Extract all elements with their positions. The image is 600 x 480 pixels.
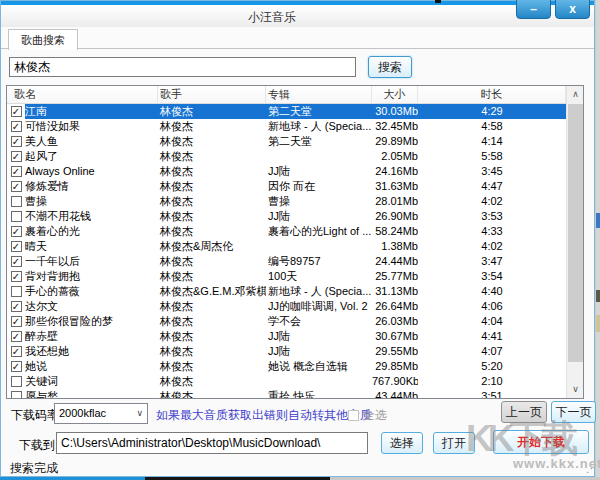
table-row[interactable]: ✓Always Online林俊杰JJ陆24.16Mb3:45 bbox=[7, 164, 566, 179]
checkbox-checked-icon[interactable]: ✓ bbox=[11, 106, 22, 117]
checkbox-checked-icon[interactable]: ✓ bbox=[11, 301, 22, 312]
background-speck bbox=[596, 213, 600, 228]
table-scrollbar[interactable]: ∧ ∨ bbox=[566, 86, 583, 398]
header-artist[interactable]: 歌手 bbox=[158, 86, 266, 103]
song-name: 那些你很冒险的梦 bbox=[25, 314, 158, 329]
checkbox-checked-icon[interactable]: ✓ bbox=[11, 151, 22, 162]
checkbox-checked-icon[interactable]: ✓ bbox=[11, 331, 22, 342]
download-path-input[interactable] bbox=[56, 432, 368, 454]
song-size: 767.90Kb bbox=[372, 374, 418, 389]
checkbox-checked-icon[interactable]: ✓ bbox=[11, 166, 22, 177]
table-row[interactable]: 曹操林俊杰曹操28.01Mb4:02 bbox=[7, 194, 566, 209]
checkbox-checked-icon[interactable]: ✓ bbox=[11, 136, 22, 147]
open-folder-button[interactable]: 打开 bbox=[433, 432, 475, 454]
header-duration[interactable]: 时长 bbox=[418, 86, 566, 103]
table-row[interactable]: ✓达尔文林俊杰JJ的咖啡调调, Vol. 226.64Mb4:06 bbox=[7, 299, 566, 314]
table-row[interactable]: ✓美人鱼林俊杰第二天堂29.89Mb4:14 bbox=[7, 134, 566, 149]
checkbox-checked-icon[interactable]: ✓ bbox=[11, 361, 22, 372]
song-album: 新地球 - 人 (Specia... bbox=[266, 284, 372, 299]
choose-folder-button[interactable]: 选择 bbox=[381, 432, 423, 454]
checkbox-checked-icon[interactable]: ✓ bbox=[11, 271, 22, 282]
checkbox-checked-icon[interactable]: ✓ bbox=[11, 121, 22, 132]
row-checkbox[interactable] bbox=[7, 389, 25, 398]
checkbox-unchecked-icon[interactable] bbox=[11, 376, 22, 387]
song-size: 2.05Mb bbox=[372, 149, 418, 164]
close-button[interactable]: x bbox=[555, 0, 590, 19]
scroll-up-icon[interactable]: ∧ bbox=[567, 86, 584, 103]
table-row[interactable]: ✓我还想她林俊杰JJ陆29.55Mb4:07 bbox=[7, 344, 566, 359]
app-window: 小汪音乐 – x 歌曲搜索 搜索 歌名 歌手 专辑 大小 时长 ✓江南林俊杰第二… bbox=[0, 0, 595, 477]
song-size: 28.01Mb bbox=[372, 194, 418, 209]
prev-page-button[interactable]: 上一页 bbox=[501, 401, 547, 423]
scrollbar-thumb[interactable] bbox=[568, 104, 583, 362]
row-checkbox[interactable]: ✓ bbox=[7, 269, 25, 284]
table-row[interactable]: 关键词林俊杰767.90Kb2:10 bbox=[7, 374, 566, 389]
close-icon: x bbox=[569, 2, 576, 16]
song-name: 美人鱼 bbox=[25, 134, 158, 149]
row-checkbox[interactable]: ✓ bbox=[7, 239, 25, 254]
header-album[interactable]: 专辑 bbox=[266, 86, 372, 103]
checkbox-checked-icon[interactable]: ✓ bbox=[11, 226, 22, 237]
search-button[interactable]: 搜索 bbox=[368, 56, 412, 78]
row-checkbox[interactable] bbox=[7, 209, 25, 224]
row-checkbox[interactable]: ✓ bbox=[7, 134, 25, 149]
row-checkbox[interactable]: ✓ bbox=[7, 104, 25, 119]
table-row[interactable]: ✓背对背拥抱林俊杰100天25.77Mb3:54 bbox=[7, 269, 566, 284]
header-size[interactable]: 大小 bbox=[372, 86, 418, 103]
row-checkbox[interactable]: ✓ bbox=[7, 359, 25, 374]
table-row[interactable]: ✓起风了林俊杰2.05Mb5:58 bbox=[7, 149, 566, 164]
start-download-button[interactable]: 开始下载 bbox=[493, 430, 589, 454]
checkbox-checked-icon[interactable]: ✓ bbox=[11, 346, 22, 357]
checkbox-unchecked-icon[interactable] bbox=[11, 211, 22, 222]
row-checkbox[interactable]: ✓ bbox=[7, 344, 25, 359]
checkbox-checked-icon[interactable]: ✓ bbox=[11, 256, 22, 267]
table-row[interactable]: ✓醉赤壁林俊杰JJ陆30.67Mb4:41 bbox=[7, 329, 566, 344]
table-row[interactable]: ✓江南林俊杰第二天堂30.03Mb4:29 bbox=[7, 104, 566, 119]
minimize-button[interactable]: – bbox=[516, 0, 551, 19]
table-row[interactable]: 愿与愁林俊杰重拾 快乐43.44Mb3:51 bbox=[7, 389, 566, 398]
tab-song-search[interactable]: 歌曲搜索 bbox=[8, 29, 78, 50]
checkbox-checked-icon[interactable]: ✓ bbox=[11, 316, 22, 327]
row-checkbox[interactable] bbox=[7, 284, 25, 299]
row-checkbox[interactable]: ✓ bbox=[7, 299, 25, 314]
song-duration: 3:47 bbox=[418, 254, 566, 269]
next-page-button[interactable]: 下一页 bbox=[551, 401, 596, 423]
row-checkbox[interactable] bbox=[7, 374, 25, 389]
row-checkbox[interactable]: ✓ bbox=[7, 119, 25, 134]
row-checkbox[interactable]: ✓ bbox=[7, 329, 25, 344]
table-row[interactable]: 不潮不用花钱林俊杰JJ陆26.90Mb3:53 bbox=[7, 209, 566, 224]
table-row[interactable]: ✓一千年以后林俊杰编号8975724.44Mb3:47 bbox=[7, 254, 566, 269]
song-album: 她说 概念自选辑 bbox=[266, 359, 372, 374]
song-album: 裹着心的光Light of ... bbox=[266, 224, 372, 239]
bitrate-select[interactable]: 2000kflac ∨ bbox=[54, 403, 148, 424]
row-checkbox[interactable]: ✓ bbox=[7, 179, 25, 194]
row-checkbox[interactable]: ✓ bbox=[7, 149, 25, 164]
table-row[interactable]: 手心的蔷薇林俊杰&G.E.M.邓紫棋新地球 - 人 (Specia...31.1… bbox=[7, 284, 566, 299]
header-song-name[interactable]: 歌名 bbox=[7, 86, 158, 103]
scroll-down-icon[interactable]: ∨ bbox=[567, 381, 584, 398]
search-input[interactable] bbox=[9, 57, 356, 77]
title-bar[interactable]: 小汪音乐 bbox=[1, 5, 594, 27]
table-row[interactable]: ✓裹着心的光林俊杰裹着心的光Light of ...58.24Mb4:33 bbox=[7, 224, 566, 239]
table-row[interactable]: ✓她说林俊杰她说 概念自选辑29.85Mb5:20 bbox=[7, 359, 566, 374]
checkbox-unchecked-icon[interactable] bbox=[11, 391, 22, 398]
song-album: 曹操 bbox=[266, 194, 372, 209]
checkbox-unchecked-icon[interactable] bbox=[11, 196, 22, 207]
row-checkbox[interactable]: ✓ bbox=[7, 224, 25, 239]
song-artist: 林俊杰 bbox=[158, 149, 266, 164]
table-row[interactable]: ✓可惜没如果林俊杰新地球 - 人 (Specia...32.45Mb4:58 bbox=[7, 119, 566, 134]
select-all-checkbox[interactable]: 全选 bbox=[348, 407, 387, 424]
table-row[interactable]: ✓修炼爱情林俊杰因你 而在31.63Mb4:47 bbox=[7, 179, 566, 194]
tab-strip: 歌曲搜索 bbox=[1, 27, 594, 49]
checkbox-checked-icon[interactable]: ✓ bbox=[11, 241, 22, 252]
table-row[interactable]: ✓晴天林俊杰&周杰伦1.38Mb4:02 bbox=[7, 239, 566, 254]
checkbox-unchecked-icon[interactable] bbox=[11, 286, 22, 297]
song-album: 重拾 快乐 bbox=[266, 389, 372, 398]
song-artist: 林俊杰 bbox=[158, 329, 266, 344]
row-checkbox[interactable]: ✓ bbox=[7, 164, 25, 179]
row-checkbox[interactable] bbox=[7, 194, 25, 209]
row-checkbox[interactable]: ✓ bbox=[7, 254, 25, 269]
row-checkbox[interactable]: ✓ bbox=[7, 314, 25, 329]
checkbox-checked-icon[interactable]: ✓ bbox=[11, 181, 22, 192]
table-row[interactable]: ✓那些你很冒险的梦林俊杰学不会26.03Mb4:04 bbox=[7, 314, 566, 329]
